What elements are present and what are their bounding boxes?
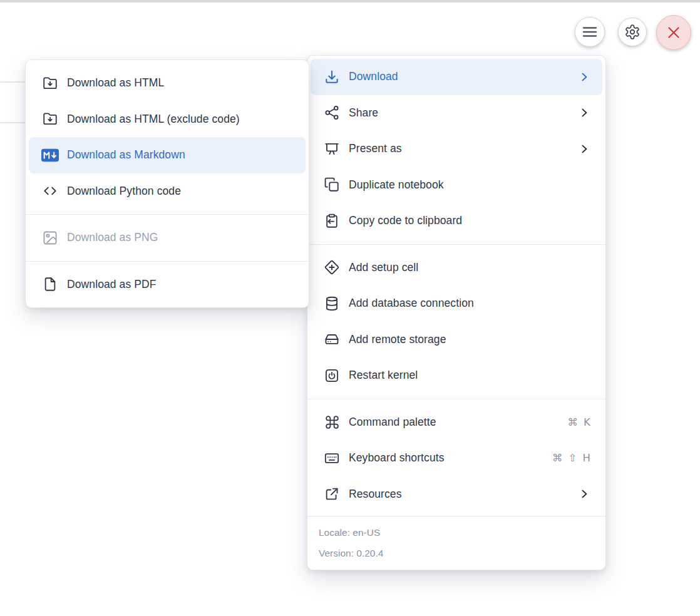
shortcut-key: H [582,452,590,464]
notebook-main-menu: DownloadSharePresent asDuplicate noteboo… [307,55,606,570]
chevron-right-icon [578,143,590,155]
menu-item-share[interactable]: Share [307,95,605,131]
menu-item-label: Download as PDF [67,278,294,291]
menu-divider [307,244,605,245]
menu-item-duplicate-notebook[interactable]: Duplicate notebook [307,167,605,203]
hamburger-menu-button[interactable] [575,17,605,47]
page-divider-line [0,122,26,123]
menu-item-download-as-html-exclude-code[interactable]: Download as HTML (exclude code) [26,101,309,138]
download-icon [323,68,341,86]
menu-item-label: Restart kernel [349,369,590,382]
clipboard-copy-icon [323,212,341,230]
menu-item-add-setup-cell[interactable]: Add setup cell [307,250,605,286]
keyboard-icon [323,449,341,467]
close-icon [666,25,681,40]
folder-download-icon [41,74,59,92]
gear-icon [624,24,641,40]
menu-divider [26,261,309,262]
share-icon [323,104,341,121]
menu-item-label: Download Python code [67,185,294,198]
menu-item-resources[interactable]: Resources [307,476,605,513]
menu-item-download-as-markdown[interactable]: Download as Markdown [29,137,306,173]
locale-text: Locale: en-US [319,522,594,543]
database-icon [323,295,341,312]
menu-item-download-python-code[interactable]: Download Python code [26,173,309,210]
shortcut-key: ⌘ [567,416,578,428]
shortcut-hint: ⌘⇧H [552,452,590,464]
menu-item-label: Keyboard shortcuts [349,451,545,465]
menu-divider [307,399,605,399]
menu-item-label: Download as HTML [67,76,294,90]
menu-item-label: Duplicate notebook [349,178,590,192]
menu-item-label: Download [349,70,570,83]
menu-item-label: Resources [349,488,570,501]
presentation-icon [323,140,341,158]
menu-item-label: Download as HTML (exclude code) [67,113,294,126]
menu-item-copy-code-to-clipboard[interactable]: Copy code to clipboard [307,203,605,239]
duplicate-icon [323,176,341,193]
menu-item-label: Command palette [349,416,560,429]
chevron-right-icon [578,71,590,83]
hard-drive-icon [323,331,341,348]
menu-item-label: Download as PNG [67,231,294,244]
diamond-plus-icon [323,259,341,276]
menu-item-command-palette[interactable]: Command palette⌘K [307,404,605,441]
file-icon [41,275,59,293]
menu-item-keyboard-shortcuts[interactable]: Keyboard shortcuts⌘⇧H [307,440,605,476]
shortcut-key: K [584,416,590,428]
menu-item-label: Share [349,106,570,120]
menu-divider [26,214,309,215]
folder-download-icon [41,110,59,128]
code-icon [41,182,59,200]
chevron-right-icon [578,106,590,119]
menu-item-label: Copy code to clipboard [349,214,590,227]
power-icon [323,367,341,384]
settings-button[interactable] [618,18,647,46]
menu-item-present-as[interactable]: Present as [307,131,605,167]
shortcut-key: ⌘ [552,452,563,464]
window-top-bar [0,0,700,3]
external-link-icon [323,485,341,503]
menu-item-label: Add database connection [349,297,590,310]
version-text: Version: 0.20.4 [319,543,594,563]
chevron-right-icon [578,488,590,500]
menu-item-restart-kernel[interactable]: Restart kernel [307,357,605,394]
menu-item-add-database-connection[interactable]: Add database connection [307,285,605,322]
menu-footer: Locale: en-US Version: 0.20.4 [307,516,605,570]
command-icon [323,413,341,431]
menu-item-label: Add remote storage [349,333,590,346]
menu-item-label: Present as [349,142,570,155]
page-divider-line [0,81,26,83]
download-submenu: Download as HTMLDownload as HTML (exclud… [25,59,309,308]
shortcut-hint: ⌘K [567,416,590,428]
menu-item-label: Add setup cell [349,261,590,274]
menu-item-add-remote-storage[interactable]: Add remote storage [307,322,605,358]
hamburger-icon [582,24,597,39]
menu-item-download[interactable]: Download [311,59,602,95]
markdown-icon [41,146,59,164]
image-icon [41,229,59,247]
menu-item-download-as-html[interactable]: Download as HTML [26,65,309,101]
menu-item-label: Download as Markdown [67,148,294,162]
shortcut-key: ⇧ [569,452,577,464]
menu-item-download-as-pdf[interactable]: Download as PDF [26,267,309,303]
menu-item-download-as-png: Download as PNG [26,220,309,256]
close-button[interactable] [656,15,691,50]
